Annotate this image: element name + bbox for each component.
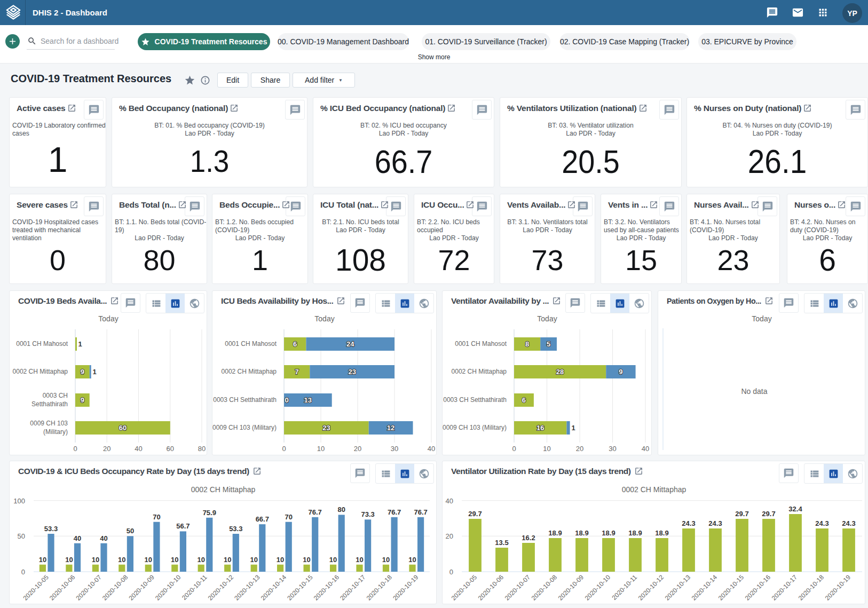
svg-text:0009 CH 103 (Military): 0009 CH 103 (Military) — [212, 424, 277, 431]
svg-text:No data: No data — [741, 387, 767, 396]
svg-text:16.2: 16.2 — [522, 534, 535, 542]
svg-text:70: 70 — [285, 513, 292, 521]
svg-text:76.7: 76.7 — [309, 508, 322, 516]
svg-text:2020-10-15: 2020-10-15 — [286, 573, 314, 602]
svg-text:40: 40 — [135, 445, 142, 453]
svg-text:66.7: 66.7 — [256, 515, 269, 523]
svg-text:24: 24 — [346, 340, 354, 348]
svg-text:2020-10-07: 2020-10-07 — [75, 573, 104, 602]
svg-text:2020-10-09: 2020-10-09 — [127, 573, 156, 602]
svg-text:20: 20 — [446, 532, 453, 540]
svg-text:10: 10 — [145, 556, 152, 564]
svg-text:9: 9 — [81, 368, 84, 376]
svg-text:10: 10 — [408, 556, 416, 564]
svg-text:10: 10 — [39, 556, 46, 564]
svg-text:6: 6 — [522, 396, 526, 404]
svg-text:53.3: 53.3 — [44, 525, 58, 533]
svg-text:40: 40 — [642, 445, 649, 453]
svg-text:40: 40 — [446, 497, 453, 505]
svg-text:10: 10 — [65, 556, 73, 564]
svg-text:Today: Today — [537, 314, 557, 323]
svg-text:10: 10 — [382, 556, 390, 564]
svg-text:76.7: 76.7 — [414, 508, 427, 516]
svg-text:2020-10-07: 2020-10-07 — [503, 573, 532, 602]
svg-text:13: 13 — [304, 396, 312, 404]
svg-text:(Military): (Military) — [43, 428, 68, 436]
svg-text:53.3: 53.3 — [229, 525, 242, 533]
svg-text:0002 CH Mittaphap: 0002 CH Mittaphap — [622, 485, 686, 494]
svg-text:29.7: 29.7 — [735, 510, 748, 518]
svg-text:40: 40 — [74, 534, 81, 542]
svg-text:28: 28 — [556, 368, 564, 376]
svg-text:0003 CH: 0003 CH — [43, 392, 68, 399]
svg-text:2020-10-15: 2020-10-15 — [717, 573, 746, 602]
svg-text:24.3: 24.3 — [708, 519, 722, 527]
svg-text:1: 1 — [572, 424, 575, 432]
svg-text:2020-10-05: 2020-10-05 — [22, 573, 51, 602]
svg-text:10: 10 — [317, 445, 325, 453]
svg-text:50: 50 — [127, 527, 134, 535]
svg-text:0: 0 — [449, 568, 453, 576]
svg-text:20: 20 — [354, 445, 361, 453]
svg-text:0002 CH Mittaphap: 0002 CH Mittaphap — [13, 368, 68, 375]
svg-text:73.3: 73.3 — [361, 510, 374, 518]
svg-text:40: 40 — [100, 534, 107, 542]
svg-text:2020-10-14: 2020-10-14 — [690, 573, 719, 602]
svg-text:2020-10-16: 2020-10-16 — [312, 573, 341, 602]
svg-text:100: 100 — [13, 497, 25, 505]
svg-text:30: 30 — [609, 445, 616, 453]
svg-text:10: 10 — [250, 556, 257, 564]
svg-text:10: 10 — [118, 556, 125, 564]
svg-text:12: 12 — [387, 424, 394, 432]
svg-text:2020-10-12: 2020-10-12 — [207, 573, 235, 602]
svg-text:0: 0 — [285, 396, 288, 404]
svg-text:75.9: 75.9 — [203, 509, 216, 517]
svg-text:5: 5 — [547, 340, 550, 348]
svg-text:2020-10-16: 2020-10-16 — [744, 573, 772, 602]
svg-text:9: 9 — [619, 368, 622, 376]
svg-text:16: 16 — [536, 424, 544, 432]
svg-text:2020-10-11: 2020-10-11 — [610, 573, 638, 602]
svg-text:2020-10-19: 2020-10-19 — [824, 573, 853, 602]
svg-text:10: 10 — [329, 556, 337, 564]
svg-text:10: 10 — [224, 556, 231, 564]
svg-text:18.9: 18.9 — [548, 529, 562, 537]
svg-text:0001 CH Mahosot: 0001 CH Mahosot — [455, 340, 507, 348]
svg-text:10: 10 — [277, 556, 284, 564]
svg-text:Today: Today — [752, 314, 771, 323]
svg-text:8: 8 — [525, 340, 529, 348]
svg-text:24.3: 24.3 — [682, 519, 695, 527]
svg-text:0: 0 — [21, 568, 25, 576]
svg-text:10: 10 — [92, 556, 99, 564]
svg-text:18.9: 18.9 — [602, 529, 615, 537]
svg-text:0: 0 — [73, 445, 77, 453]
svg-text:24.3: 24.3 — [815, 519, 828, 527]
svg-text:0003 CH Setthathirath: 0003 CH Setthathirath — [443, 396, 507, 404]
svg-text:Today: Today — [98, 314, 118, 323]
svg-text:2020-10-13: 2020-10-13 — [233, 573, 262, 602]
svg-text:Setthathirath: Setthathirath — [31, 400, 68, 408]
svg-text:2020-10-06: 2020-10-06 — [48, 573, 77, 602]
svg-text:2020-10-06: 2020-10-06 — [477, 573, 506, 602]
svg-text:2020-10-08: 2020-10-08 — [101, 573, 130, 602]
svg-text:0009 CH 103: 0009 CH 103 — [30, 420, 68, 427]
svg-text:2020-10-17: 2020-10-17 — [770, 573, 799, 602]
svg-text:2020-10-18: 2020-10-18 — [797, 573, 826, 602]
svg-text:2020-10-10: 2020-10-10 — [154, 573, 183, 602]
svg-text:10: 10 — [356, 556, 363, 564]
svg-text:18.9: 18.9 — [575, 529, 588, 537]
svg-text:2020-10-13: 2020-10-13 — [664, 573, 692, 602]
svg-text:24.3: 24.3 — [842, 519, 855, 527]
svg-text:2020-10-11: 2020-10-11 — [180, 573, 209, 602]
svg-text:29.7: 29.7 — [468, 510, 482, 518]
svg-text:18.9: 18.9 — [655, 529, 668, 537]
svg-text:13.5: 13.5 — [495, 539, 508, 547]
svg-text:10: 10 — [197, 556, 204, 564]
svg-text:20: 20 — [103, 445, 111, 453]
svg-text:76.7: 76.7 — [388, 508, 401, 516]
svg-text:2020-10-10: 2020-10-10 — [583, 573, 612, 602]
svg-text:40: 40 — [428, 445, 435, 453]
svg-text:10: 10 — [303, 556, 310, 564]
svg-text:10: 10 — [171, 556, 178, 564]
svg-text:2020-10-09: 2020-10-09 — [557, 573, 586, 602]
